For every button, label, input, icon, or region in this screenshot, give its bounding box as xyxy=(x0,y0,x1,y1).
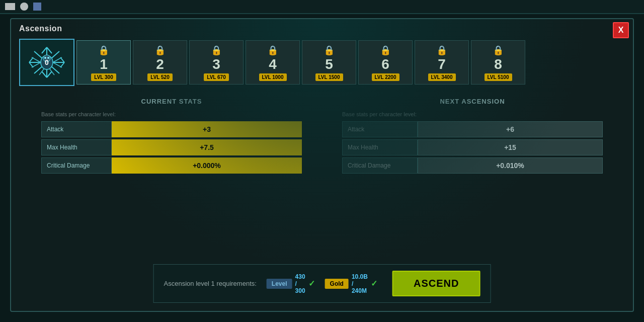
tier-4-level: LVL 1000 xyxy=(259,73,287,81)
level-check-icon: ✓ xyxy=(308,279,315,288)
top-bar xyxy=(0,0,644,14)
tier-3-level: LVL 670 xyxy=(204,73,228,81)
current-stats-heading: CURRENT STATS xyxy=(41,98,302,105)
next-attack-label: Attack xyxy=(342,121,418,137)
gold-value: 10.0B / 240M xyxy=(352,273,368,294)
level-badge: Level xyxy=(267,279,292,289)
tier-6-level: LVL 2200 xyxy=(372,73,399,81)
tier-3-number: 3 xyxy=(212,56,220,72)
current-attack-value: +3 xyxy=(112,121,302,137)
current-health-row: Max Health +7.5 xyxy=(41,139,302,155)
svg-text:0: 0 xyxy=(45,58,49,66)
svg-line-5 xyxy=(47,47,52,53)
gold-badge: Gold xyxy=(325,279,349,289)
tier-2-item[interactable]: 🔒 2 LVL 520 xyxy=(133,40,187,85)
current-crit-label: Critical Damage xyxy=(41,157,112,174)
tier-1-level: LVL 300 xyxy=(91,73,116,81)
current-crit-value: +0.000% xyxy=(112,157,302,174)
tier-8-number: 8 xyxy=(494,56,502,72)
close-button[interactable]: X xyxy=(613,22,629,38)
current-attack-label: Attack xyxy=(41,121,112,137)
tier-7-item[interactable]: 🔒 7 LVL 3400 xyxy=(415,40,469,85)
tier-0-item[interactable]: 0 xyxy=(19,39,74,86)
tier-8-level: LVL 5100 xyxy=(485,73,512,81)
tier-7-number: 7 xyxy=(438,56,446,72)
tier-5-item[interactable]: 🔒 5 LVL 1500 xyxy=(302,40,356,85)
tier-1-item[interactable]: 🔒 1 LVL 300 xyxy=(76,40,131,85)
tier-3-item[interactable]: 🔒 3 LVL 670 xyxy=(189,40,244,85)
next-crit-label: Critical Damage xyxy=(342,157,418,174)
next-stats-sublabel: Base stats per character level: xyxy=(342,111,603,117)
tier-4-item[interactable]: 🔒 4 LVL 1000 xyxy=(246,40,300,85)
level-requirement: Level 430 / 300 ✓ xyxy=(267,273,315,294)
svg-line-7 xyxy=(47,71,52,77)
requirements-text: Ascension level 1 requirements: xyxy=(164,280,257,287)
svg-line-19 xyxy=(53,62,62,67)
tier-4-number: 4 xyxy=(269,56,277,72)
requirements-bar: Ascension level 1 requirements: Level 43… xyxy=(153,264,491,303)
current-health-value: +7.5 xyxy=(112,139,302,155)
next-stats-heading: NEXT ASCENSION xyxy=(342,98,603,105)
lock-icon-1: 🔒 xyxy=(98,45,109,56)
ascension-panel: Ascension X xyxy=(10,18,634,312)
nav-icon-1[interactable] xyxy=(20,3,28,11)
tier-6-number: 6 xyxy=(381,56,389,72)
lock-icon-4: 🔒 xyxy=(267,45,278,56)
tier-8-item[interactable]: 🔒 8 LVL 5100 xyxy=(471,40,525,85)
lock-icon-8: 🔒 xyxy=(493,45,504,56)
lock-icon-6: 🔒 xyxy=(380,45,391,56)
svg-line-6 xyxy=(42,71,47,77)
ascend-button[interactable]: ASCEND xyxy=(392,271,480,296)
next-health-value: +15 xyxy=(418,139,603,155)
next-stats-column: NEXT ASCENSION Base stats per character … xyxy=(342,98,603,176)
tier-0-icon: 0 xyxy=(24,42,69,83)
next-health-row: Max Health +15 xyxy=(342,139,603,155)
lock-icon-2: 🔒 xyxy=(154,45,166,56)
menu-icon[interactable] xyxy=(5,3,15,10)
nav-icon-2[interactable] xyxy=(33,3,41,11)
next-attack-value: +6 xyxy=(418,121,603,137)
current-health-label: Max Health xyxy=(41,139,112,155)
svg-line-4 xyxy=(42,47,47,53)
lock-icon-7: 🔒 xyxy=(436,45,447,56)
svg-line-16 xyxy=(32,57,41,62)
tier-5-level: LVL 1500 xyxy=(315,73,343,81)
next-crit-row: Critical Damage +0.010% xyxy=(342,157,603,174)
tier-1-number: 1 xyxy=(100,56,108,72)
stats-section: CURRENT STATS Base stats per character l… xyxy=(11,93,633,181)
current-stats-sublabel: Base stats per character level: xyxy=(41,111,302,117)
svg-line-17 xyxy=(32,62,41,67)
tier-row: 0 🔒 1 LVL 300 🔒 2 LVL 520 🔒 3 LVL 670 🔒 … xyxy=(11,37,633,88)
tier-2-level: LVL 520 xyxy=(147,73,172,81)
current-crit-row: Critical Damage +0.000% xyxy=(41,157,302,174)
tier-6-item[interactable]: 🔒 6 LVL 2200 xyxy=(358,40,413,85)
level-value: 430 / 300 xyxy=(295,273,305,294)
gold-check-icon: ✓ xyxy=(371,279,377,288)
gold-requirement: Gold 10.0B / 240M ✓ xyxy=(325,273,377,294)
tier-5-number: 5 xyxy=(325,56,333,72)
lock-icon-5: 🔒 xyxy=(324,45,335,56)
lock-icon-3: 🔒 xyxy=(211,45,222,56)
next-crit-value: +0.010% xyxy=(418,157,603,174)
tier-0-inner: 0 xyxy=(24,42,69,83)
svg-line-18 xyxy=(53,57,62,62)
current-attack-row: Attack +3 xyxy=(41,121,302,137)
tier-7-level: LVL 3400 xyxy=(428,73,456,81)
next-health-label: Max Health xyxy=(342,139,418,155)
panel-title: Ascension xyxy=(11,19,633,37)
current-stats-column: CURRENT STATS Base stats per character l… xyxy=(41,98,302,176)
next-attack-row: Attack +6 xyxy=(342,121,603,137)
tier-2-number: 2 xyxy=(156,56,164,72)
